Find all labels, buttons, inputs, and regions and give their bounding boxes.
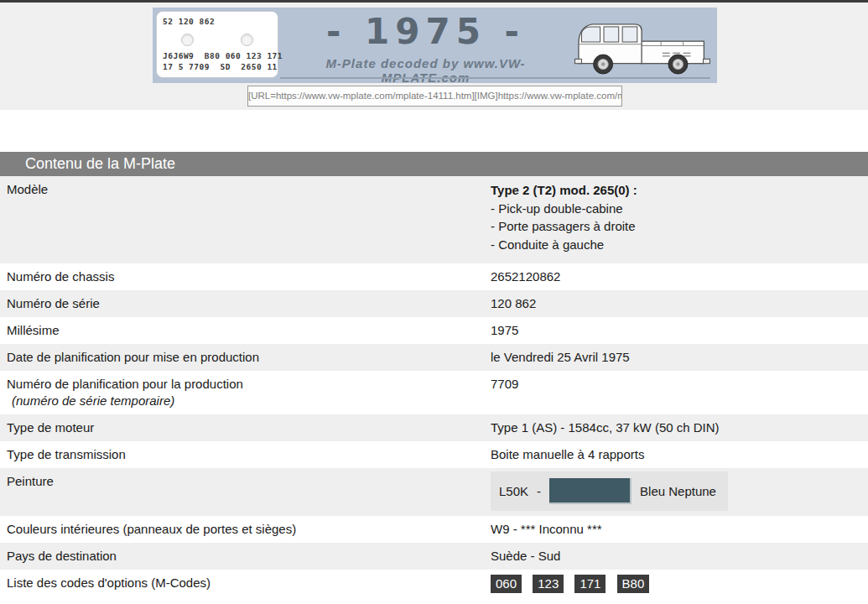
row-value: Type 1 (AS) - 1584cc, 37 kW (50 ch DIN) (491, 419, 868, 436)
banner-tagline: M-Plate decoded by www.VW-MPLATE.com (285, 56, 566, 85)
mplate-rivet-holes (163, 34, 272, 46)
section-header: Contenu de la M-Plate (0, 152, 868, 176)
table-row-serie: Numéro de série 120 862 (0, 290, 868, 317)
table-row-chassis: Numéro de chassis 2652120862 (0, 263, 868, 290)
banner-year-title: - 1975 - (285, 13, 566, 51)
table-row-peinture: Peinture L50K - Bleu Neptune (0, 468, 868, 516)
mplate-line-3: 17 5 7709 SD 2650 11 (163, 61, 272, 72)
row-label: Type de moteur (7, 419, 491, 436)
table-row-pays-destination: Pays de destination Suède - Sud (0, 543, 868, 570)
rivet-hole-icon (241, 34, 253, 46)
row-label: Peinture (7, 473, 491, 511)
banner-underline (280, 77, 710, 79)
vw-pickup-truck-icon (572, 19, 713, 78)
row-label: Numéro de série (7, 295, 491, 312)
row-value: Type 2 (T2) mod. 265(0) : - Pick-up doub… (491, 181, 868, 253)
header-section: 52 120 862 J6J6W9 B80 060 123 171 17 5 7… (0, 3, 868, 110)
row-value: Suède - Sud (491, 548, 868, 565)
mcode-badge: B80 (617, 575, 650, 593)
table-row-date-planification: Date de planification pour mise en produ… (0, 344, 868, 371)
table-row-couleurs-interieures: Couleurs intérieures (panneaux de portes… (0, 516, 868, 543)
embed-code-input[interactable]: [URL=https://www.vw-mplate.com/mplate-14… (247, 86, 622, 107)
mcode-badge: 060 (491, 575, 522, 593)
table-row-transmission: Type de transmission Boite manuelle à 4 … (0, 441, 868, 468)
row-value: Boite manuelle à 4 rapports (491, 446, 868, 463)
row-label: Modèle (7, 181, 491, 253)
row-label: Numéro de planification pour la producti… (7, 376, 491, 409)
section-title: Contenu de la M-Plate (25, 155, 175, 172)
paint-name: Bleu Neptune (640, 483, 716, 500)
table-row-moteur: Type de moteur Type 1 (AS) - 1584cc, 37 … (0, 414, 868, 441)
spacer (0, 110, 868, 152)
rivet-hole-icon (181, 34, 194, 46)
table-row-mcodes: Liste des codes d'options (M-Codes) 060 … (0, 570, 868, 598)
row-label: Millésime (7, 322, 491, 339)
table-row-numero-planification: Numéro de planification pour la producti… (0, 371, 868, 414)
model-line: - Pick-up double-cabine (491, 200, 861, 218)
mplate-line-2: J6J6W9 B80 060 123 171 (163, 50, 272, 61)
mcode-badge: 171 (574, 575, 606, 593)
banner-title-block: - 1975 - M-Plate decoded by www.VW-MPLAT… (285, 13, 566, 85)
mplate-line-1: 52 120 862 (163, 16, 272, 27)
row-sublabel: (numéro de série temporaire) (7, 393, 491, 409)
row-label: Pays de destination (7, 548, 491, 565)
model-title: Type 2 (T2) mod. 265(0) : (491, 181, 861, 200)
table-row-millesime: Millésime 1975 (0, 317, 868, 344)
row-label: Numéro de chassis (7, 268, 491, 285)
paint-color-swatch (549, 478, 632, 504)
row-value: le Vendredi 25 Avril 1975 (491, 349, 868, 366)
row-label: Couleurs intérieures (panneaux de portes… (7, 521, 491, 538)
row-value: 1975 (491, 322, 868, 339)
row-label: Liste des codes d'options (M-Codes) (7, 575, 491, 593)
paint-separator: - (537, 483, 541, 500)
row-value: 2652120862 (491, 268, 868, 285)
row-label: Type de transmission (7, 446, 491, 463)
row-value: 120 862 (491, 295, 868, 312)
table-row-modele: Modèle Type 2 (T2) mod. 265(0) : - Pick-… (0, 176, 868, 263)
paint-value-box: L50K - Bleu Neptune (491, 471, 728, 511)
row-value: W9 - *** Inconnu *** (491, 521, 868, 538)
mcode-badge: 123 (533, 575, 564, 593)
mplate-plate-graphic: 52 120 862 J6J6W9 B80 060 123 171 17 5 7… (156, 11, 278, 78)
paint-code: L50K (499, 483, 528, 500)
mplate-content-table: Modèle Type 2 (T2) mod. 265(0) : - Pick-… (0, 176, 868, 598)
model-line: - Porte passagers à droite (491, 217, 861, 236)
model-line: - Conduite à gauche (491, 236, 861, 254)
row-value: 7709 (491, 376, 868, 409)
row-value: L50K - Bleu Neptune (491, 473, 868, 511)
row-label: Date de planification pour mise en produ… (7, 349, 491, 366)
mplate-banner-image: 52 120 862 J6J6W9 B80 060 123 171 17 5 7… (153, 8, 717, 83)
row-value: 060 123 171 B80 (491, 575, 868, 593)
